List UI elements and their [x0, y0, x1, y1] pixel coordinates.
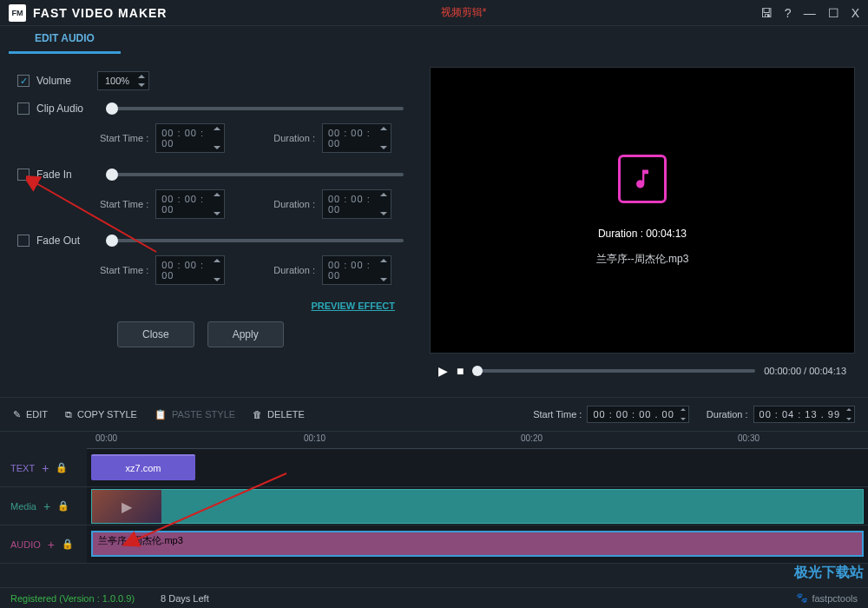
fade-in-slider[interactable] [106, 173, 404, 176]
close-button[interactable]: Close [117, 321, 194, 347]
document-title: 视频剪辑* [167, 5, 760, 20]
add-text-icon[interactable]: + [42, 461, 49, 475]
toolbar-duration-label: Duration : [707, 409, 748, 420]
save-icon[interactable]: 🖫 [760, 6, 773, 20]
volume-label: Volume [36, 75, 97, 87]
clip-duration-label: Duration : [273, 133, 315, 143]
brand-link[interactable]: 🐾fastpctools [796, 592, 858, 604]
lock-media-icon[interactable]: 🔒 [57, 500, 69, 512]
lock-text-icon[interactable]: 🔒 [56, 462, 68, 473]
audio-track-header: AUDIO + 🔒 [0, 538, 87, 552]
fadeout-duration-label: Duration : [273, 265, 315, 275]
paste-icon: 📋 [155, 409, 167, 420]
stop-button[interactable]: ■ [457, 364, 464, 378]
media-track[interactable] [87, 487, 868, 525]
days-left: 8 Days Left [161, 593, 209, 604]
text-clip[interactable]: xz7.com [91, 454, 195, 480]
fade-in-label: Fade In [36, 169, 97, 181]
fade-out-checkbox[interactable] [17, 235, 30, 247]
fadein-start-input[interactable]: 00 : 00 : 00 [155, 189, 225, 219]
ruler-tick: 00:00 [95, 433, 117, 443]
lock-audio-icon[interactable]: 🔒 [62, 539, 74, 550]
clip-audio-slider[interactable] [106, 107, 404, 110]
preview-duration: Duration : 00:04:13 [598, 228, 687, 240]
progress-slider[interactable] [472, 369, 755, 373]
add-media-icon[interactable]: + [43, 499, 50, 513]
music-note-icon [618, 155, 667, 203]
help-icon[interactable]: ? [785, 6, 792, 20]
ruler-tick: 00:20 [521, 433, 542, 443]
fadeout-start-label: Start Time : [100, 265, 148, 275]
media-clip[interactable] [91, 489, 864, 524]
fadein-start-label: Start Time : [100, 199, 148, 209]
audio-clip[interactable]: 兰亭序--周杰伦.mp3 [91, 531, 864, 557]
fadein-duration-input[interactable]: 00 : 00 : 00 [322, 189, 391, 219]
preview-effect-link[interactable]: PREVIEW EFFECT [17, 301, 412, 311]
fadeout-duration-input[interactable]: 00 : 00 : 00 [322, 255, 391, 285]
copy-icon: ⧉ [65, 409, 72, 420]
fade-in-checkbox[interactable] [17, 169, 30, 181]
clip-duration-input[interactable]: 00 : 00 : 00 [322, 123, 391, 153]
toolbar-start-label: Start Time : [533, 409, 582, 420]
close-icon[interactable]: X [852, 6, 859, 20]
registration-status: Registered (Version : 1.0.0.9) [10, 593, 135, 604]
fadein-duration-label: Duration : [273, 199, 315, 209]
play-button[interactable]: ▶ [438, 364, 448, 378]
clip-audio-label: Clip Audio [36, 102, 97, 115]
edit-icon: ✎ [13, 409, 21, 420]
audio-track[interactable]: 兰亭序--周杰伦.mp3 [87, 525, 868, 563]
media-track-header: Media + 🔒 [0, 499, 87, 513]
toolbar-start-input[interactable]: 00 : 00 : 00 . 00 [587, 406, 688, 423]
delete-button[interactable]: 🗑DELETE [253, 409, 305, 420]
fadeout-start-input[interactable]: 00 : 00 : 00 [155, 255, 225, 285]
app-logo: FM [9, 4, 26, 22]
preview-area: Duration : 00:04:13 兰亭序--周杰伦.mp3 [430, 67, 855, 354]
minimize-icon[interactable]: ― [804, 6, 816, 20]
text-track-header: TEXT + 🔒 [0, 461, 87, 475]
apply-button[interactable]: Apply [207, 321, 284, 347]
trash-icon: 🗑 [253, 409, 262, 420]
fade-out-label: Fade Out [36, 235, 97, 247]
paste-style-button[interactable]: 📋PASTE STYLE [155, 409, 235, 420]
volume-spinner[interactable]: 100% [97, 71, 149, 90]
toolbar-duration-input[interactable]: 00 : 04 : 13 . 99 [753, 406, 855, 423]
ruler-tick: 00:10 [304, 433, 326, 443]
timeline-ruler[interactable]: 00:00 00:10 00:20 00:30 [87, 432, 868, 449]
clip-audio-checkbox[interactable] [17, 102, 30, 115]
fade-out-slider[interactable] [106, 239, 404, 242]
preview-filename: 兰亭序--周杰伦.mp3 [596, 252, 689, 267]
volume-checkbox[interactable] [17, 75, 30, 87]
clip-start-label: Start Time : [100, 133, 148, 143]
tab-edit-audio[interactable]: EDIT AUDIO [9, 25, 121, 54]
copy-style-button[interactable]: ⧉COPY STYLE [65, 409, 137, 420]
time-display: 00:00:00 / 00:04:13 [764, 366, 846, 376]
clip-start-input[interactable]: 00 : 00 : 00 [155, 123, 225, 153]
media-thumbnail [92, 490, 161, 523]
edit-button[interactable]: ✎EDIT [13, 409, 48, 420]
add-audio-icon[interactable]: + [48, 538, 55, 552]
text-track[interactable]: xz7.com [87, 449, 868, 486]
maximize-icon[interactable]: ☐ [828, 6, 839, 20]
ruler-tick: 00:30 [738, 433, 760, 443]
app-title: FAST VIDEO MAKER [33, 6, 167, 20]
